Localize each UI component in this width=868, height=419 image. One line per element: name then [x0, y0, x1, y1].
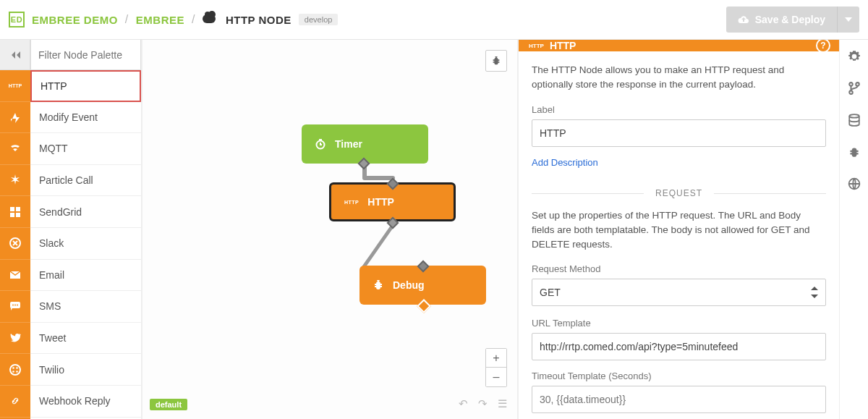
- node-http-tiny: HTTP: [344, 200, 359, 205]
- svg-point-10: [10, 365, 20, 375]
- palette-item-modify-event[interactable]: Modify Event: [30, 102, 141, 134]
- redo-icon[interactable]: ↷: [478, 397, 488, 410]
- method-label: Request Method: [532, 263, 826, 274]
- breadcrumb-sep: /: [192, 13, 195, 26]
- svg-rect-0: [10, 207, 14, 211]
- svg-rect-1: [16, 207, 20, 211]
- svg-point-9: [17, 305, 18, 306]
- svg-point-7: [12, 305, 14, 306]
- rail-webhook-icon[interactable]: [0, 386, 30, 418]
- rail-twilio-icon[interactable]: [0, 354, 30, 386]
- timer-icon: [315, 138, 326, 150]
- section-request-title: REQUEST: [532, 188, 826, 198]
- label-field-label: Label: [532, 104, 826, 115]
- palette-item-sms[interactable]: SMS: [30, 291, 141, 323]
- breadcrumb-org[interactable]: EMBREE DEMO: [32, 14, 118, 26]
- svg-point-19: [849, 114, 859, 118]
- node-palette: HTTP Modify Event MQTT Particle Call Sen…: [30, 40, 142, 419]
- svg-point-17: [849, 90, 853, 94]
- workflow-canvas[interactable]: Timer HTTP HTTP Debug + –: [142, 40, 517, 419]
- rail-sms-icon[interactable]: [0, 291, 30, 323]
- palette-item-mqtt[interactable]: MQTT: [30, 133, 141, 165]
- panel-header: HTTP HTTP ?: [519, 40, 839, 51]
- rail-http-icon[interactable]: HTTP: [0, 70, 30, 102]
- palette-filter-input[interactable]: [31, 40, 140, 69]
- timeout-label: Timeout Template (Seconds): [532, 371, 826, 381]
- zoom-controls: + –: [485, 348, 507, 387]
- debug-icon[interactable]: [848, 145, 861, 158]
- palette-item-webhook-reply[interactable]: Webhook Reply: [30, 386, 141, 418]
- palette-item-email[interactable]: Email: [30, 260, 141, 292]
- deploy-icon: [738, 14, 749, 25]
- node-http-label: HTTP: [367, 196, 394, 208]
- rail-wifi-icon[interactable]: [0, 133, 30, 165]
- canvas-debug-button[interactable]: [485, 50, 507, 72]
- palette-item-sendgrid[interactable]: SendGrid: [30, 196, 141, 228]
- panel-head-title: HTTP: [550, 40, 576, 51]
- cloud-icon: [203, 14, 218, 25]
- node-timer[interactable]: Timer: [302, 124, 428, 164]
- zoom-out-button[interactable]: –: [486, 368, 506, 386]
- svg-rect-3: [16, 213, 20, 217]
- branch-badge[interactable]: develop: [299, 14, 339, 25]
- save-deploy-label: Save & Deploy: [755, 14, 825, 25]
- svg-point-16: [849, 82, 853, 86]
- timeout-input[interactable]: [532, 386, 826, 413]
- url-input[interactable]: [532, 333, 826, 360]
- properties-panel: HTTP HTTP ? The HTTP Node allows you to …: [517, 40, 839, 419]
- breadcrumb: ED EMBREE DEMO / EMBREE / HTTP NODE deve…: [9, 12, 338, 27]
- url-label: URL Template: [532, 318, 826, 329]
- node-debug-label: Debug: [393, 279, 425, 291]
- bug-icon: [373, 279, 384, 291]
- panel-description: The HTTP Node allows you to make an HTTP…: [532, 63, 826, 93]
- canvas-bottom-tools: ↶ ↷ ☰: [459, 397, 507, 410]
- palette-item-twilio[interactable]: Twilio: [30, 354, 141, 386]
- method-value: GET: [540, 287, 561, 298]
- database-icon[interactable]: [848, 114, 861, 127]
- svg-point-12: [16, 367, 18, 369]
- rail-twitter-icon[interactable]: [0, 323, 30, 355]
- undo-icon[interactable]: ↶: [459, 397, 468, 410]
- save-deploy-button[interactable]: Save & Deploy: [726, 7, 837, 33]
- collapse-palette-button[interactable]: [0, 40, 30, 70]
- sidebar-iconrail: HTTP: [0, 40, 30, 419]
- zoom-in-button[interactable]: +: [486, 349, 506, 368]
- page-title: HTTP NODE: [226, 14, 292, 26]
- palette-item-slack[interactable]: Slack: [30, 228, 141, 260]
- rail-event-icon[interactable]: [0, 102, 30, 134]
- list-icon[interactable]: ☰: [498, 397, 507, 410]
- svg-point-8: [14, 305, 16, 306]
- rail-email-icon[interactable]: [0, 260, 30, 292]
- svg-point-18: [856, 82, 859, 86]
- globe-icon[interactable]: [848, 177, 861, 190]
- palette-item-http[interactable]: HTTP: [30, 70, 141, 102]
- add-description-link[interactable]: Add Description: [532, 157, 598, 168]
- palette-filter: [30, 40, 141, 70]
- help-icon[interactable]: ?: [816, 40, 830, 53]
- node-timer-label: Timer: [335, 138, 362, 150]
- gear-icon[interactable]: [848, 50, 861, 63]
- svg-point-14: [16, 371, 18, 373]
- svg-point-11: [12, 367, 14, 369]
- logo-badge[interactable]: ED: [9, 12, 25, 27]
- breadcrumb-app[interactable]: EMBREE: [136, 14, 184, 26]
- breadcrumb-sep: /: [125, 13, 129, 26]
- right-iconrail: [839, 40, 868, 419]
- edge: [361, 224, 396, 268]
- branch-icon[interactable]: [848, 82, 861, 95]
- palette-item-tweet[interactable]: Tweet: [30, 323, 141, 355]
- svg-rect-2: [10, 213, 14, 217]
- rail-slack-icon[interactable]: [0, 228, 30, 260]
- method-select[interactable]: GET: [532, 279, 826, 306]
- rail-spark-icon[interactable]: [0, 165, 30, 197]
- panel-head-tiny: HTTP: [529, 43, 544, 49]
- topbar: ED EMBREE DEMO / EMBREE / HTTP NODE deve…: [0, 0, 868, 40]
- save-deploy-group: Save & Deploy: [726, 7, 859, 33]
- save-deploy-dropdown[interactable]: [837, 7, 859, 33]
- label-input[interactable]: [532, 119, 826, 147]
- rail-sendgrid-icon[interactable]: [0, 196, 30, 228]
- request-description: Set up the properties of the HTTP reques…: [532, 208, 826, 253]
- palette-item-particle-call[interactable]: Particle Call: [30, 165, 141, 197]
- default-badge[interactable]: default: [150, 399, 187, 410]
- svg-point-13: [12, 371, 14, 373]
